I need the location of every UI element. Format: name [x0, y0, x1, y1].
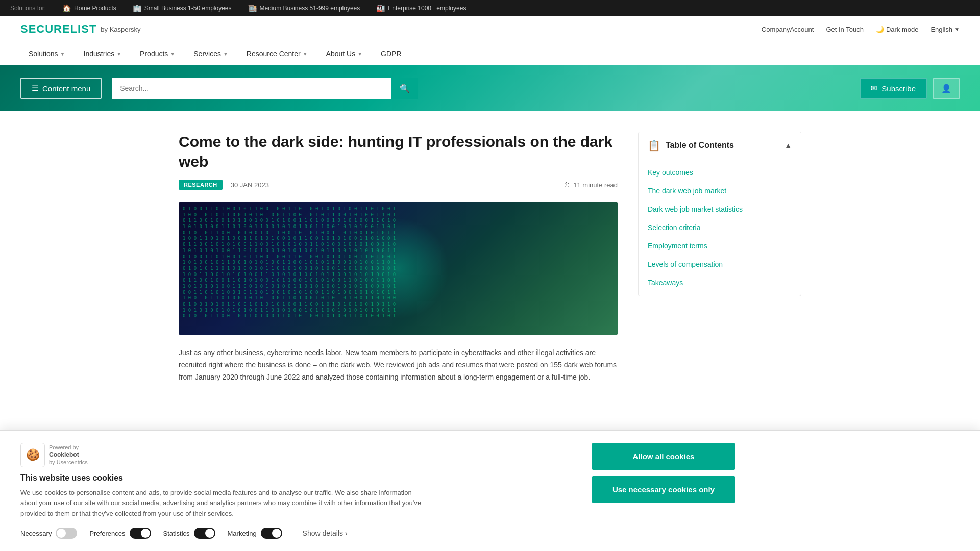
nav-solutions[interactable]: Solutions ▼ — [20, 42, 74, 65]
medium-biz-icon: 🏬 — [248, 4, 257, 12]
toc-icon: 📋 — [648, 139, 660, 152]
subscribe-label: Subscribe — [881, 84, 916, 93]
chevron-down-icon: ▼ — [357, 51, 362, 57]
nav-about-us[interactable]: About Us ▼ — [318, 42, 371, 65]
toc-item-key-outcomes[interactable]: Key outcomes — [639, 163, 801, 182]
subscribe-button[interactable]: ✉ Subscribe — [860, 78, 927, 99]
small-biz-icon: 🏢 — [133, 4, 141, 12]
clock-icon: ⏱ — [564, 181, 570, 189]
toc-items: Key outcomes The dark web job market Dar… — [639, 159, 801, 296]
company-account-link[interactable]: CompanyAccount — [762, 26, 814, 33]
banner: ☰ Content menu 🔍 ✉ Subscribe 👤 — [0, 65, 980, 111]
chevron-down-icon: ▼ — [116, 51, 121, 57]
article-title: Come to the dark side: hunting IT profes… — [179, 132, 618, 171]
toc-item-employment[interactable]: Employment terms — [639, 237, 801, 255]
search-input[interactable] — [112, 78, 391, 98]
envelope-icon: ✉ — [871, 84, 877, 93]
topbar-home-label: Home Products — [74, 5, 116, 12]
chevron-down-icon: ▼ — [223, 51, 228, 57]
article-paragraph: Just as any other business, cybercrime n… — [179, 347, 618, 383]
article-meta: RESEARCH 30 JAN 2023 ⏱ 11 minute read — [179, 180, 618, 190]
nav-gdpr[interactable]: GDPR — [373, 42, 409, 65]
chevron-down-icon: ▼ — [60, 51, 65, 57]
toc-item-takeaways[interactable]: Takeaways — [639, 273, 801, 292]
menu-icon: ☰ — [32, 84, 38, 93]
logo-text: SECURELIST — [20, 22, 96, 36]
topbar-home[interactable]: 🏠 Home Products — [62, 4, 116, 12]
toc-box: 📋 Table of Contents ▲ Key outcomes The d… — [638, 132, 801, 296]
chevron-down-icon: ▼ — [954, 27, 960, 32]
nav-industries[interactable]: Industries ▼ — [76, 42, 130, 65]
toc-item-statistics[interactable]: Dark web job market statistics — [639, 200, 801, 218]
language-label: English — [930, 26, 952, 33]
search-icon: 🔍 — [400, 84, 410, 93]
nav-products[interactable]: Products ▼ — [132, 42, 183, 65]
main-content: Come to the dark side: hunting IT profes… — [158, 111, 822, 404]
logo-kaspersky: by Kaspersky — [101, 26, 140, 33]
toc-item-compensation[interactable]: Levels of compensation — [639, 255, 801, 273]
site-header: SECURELIST by Kaspersky CompanyAccount G… — [0, 16, 980, 42]
content-menu-button[interactable]: ☰ Content menu — [20, 78, 102, 99]
hero-glow — [347, 217, 449, 319]
language-selector[interactable]: English ▼ — [930, 26, 960, 33]
home-icon: 🏠 — [62, 4, 71, 12]
chevron-down-icon: ▼ — [303, 51, 308, 57]
topbar-medium-biz[interactable]: 🏬 Medium Business 51-999 employees — [248, 4, 360, 12]
chevron-down-icon: ▼ — [170, 51, 175, 57]
toc-header: 📋 Table of Contents ▲ — [639, 132, 801, 159]
article-area: Come to the dark side: hunting IT profes… — [179, 132, 618, 383]
main-nav: Solutions ▼ Industries ▼ Products ▼ Serv… — [0, 42, 980, 65]
user-icon: 👤 — [941, 84, 951, 93]
article-badge: RESEARCH — [179, 180, 223, 190]
enterprise-icon: 🏭 — [376, 4, 385, 12]
article-hero-image: 0 1 0 0 1 1 0 1 0 0 1 0 1 1 0 0 1 0 0 1 … — [179, 202, 618, 335]
toc-item-dark-web-job[interactable]: The dark web job market — [639, 182, 801, 200]
search-button[interactable]: 🔍 — [391, 78, 418, 99]
content-menu-label: Content menu — [42, 84, 90, 93]
dark-mode-button[interactable]: 🌙 Dark mode — [876, 26, 919, 33]
nav-resource-center[interactable]: Resource Center ▼ — [238, 42, 316, 65]
article-read-time: ⏱ 11 minute read — [564, 181, 618, 189]
toc-collapse-button[interactable]: ▲ — [785, 141, 792, 149]
moon-icon: 🌙 — [876, 26, 884, 33]
toc-title: Table of Contents — [666, 141, 734, 150]
topbar-medium-biz-label: Medium Business 51-999 employees — [260, 5, 360, 12]
search-area: 🔍 — [112, 78, 418, 99]
user-button[interactable]: 👤 — [933, 78, 960, 99]
toc-title-area: 📋 Table of Contents — [648, 139, 734, 152]
sidebar: 📋 Table of Contents ▲ Key outcomes The d… — [638, 132, 801, 383]
topbar-enterprise[interactable]: 🏭 Enterprise 1000+ employees — [376, 4, 466, 12]
topbar-enterprise-label: Enterprise 1000+ employees — [388, 5, 466, 12]
article-date: 30 JAN 2023 — [231, 181, 269, 189]
solutions-label: Solutions for: — [10, 5, 46, 12]
article-body: Just as any other business, cybercrime n… — [179, 347, 618, 383]
header-right: CompanyAccount Get In Touch 🌙 Dark mode … — [762, 26, 960, 33]
topbar-small-biz-label: Small Business 1-50 employees — [144, 5, 232, 12]
top-bar: Solutions for: 🏠 Home Products 🏢 Small B… — [0, 0, 980, 16]
get-in-touch-link[interactable]: Get In Touch — [826, 26, 863, 33]
topbar-small-biz[interactable]: 🏢 Small Business 1-50 employees — [133, 4, 232, 12]
dark-mode-label: Dark mode — [886, 26, 919, 33]
toc-item-selection[interactable]: Selection criteria — [639, 218, 801, 237]
banner-right: ✉ Subscribe 👤 — [860, 78, 960, 99]
nav-services[interactable]: Services ▼ — [185, 42, 236, 65]
logo-area[interactable]: SECURELIST by Kaspersky — [20, 22, 140, 36]
